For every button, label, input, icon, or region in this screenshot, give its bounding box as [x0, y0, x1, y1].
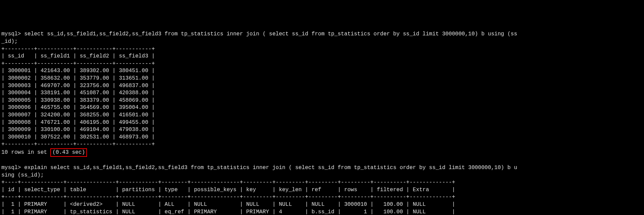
table2-row: | 1 | PRIMARY | tp_statistics | NULL | e…: [1, 209, 455, 215]
table2-header: | id | select_type | table | partitions …: [1, 187, 455, 193]
table2-border-top: +----+-------------+---------------+----…: [1, 179, 455, 185]
mysql-prompt-query1-line2: _id);: [1, 38, 18, 45]
table1-border-top: +---------+-----------+-----------+-----…: [1, 46, 155, 52]
table2-border-header: +----+-------------+---------------+----…: [1, 194, 455, 200]
table1-row: | 3000004 | 338191.00 | 451087.00 | 4203…: [1, 90, 155, 96]
table1-row: | 3000005 | 330938.00 | 383379.00 | 4580…: [1, 97, 155, 103]
table1-border-bottom: +---------+-----------+-----------+-----…: [1, 141, 155, 147]
table1-border-header: +---------+-----------+-----------+-----…: [1, 61, 155, 67]
table1-row: | 3000010 | 307522.00 | 302531.00 | 4689…: [1, 134, 155, 140]
table2-row: | 1 | PRIMARY | <derived2> | NULL | ALL …: [1, 201, 455, 208]
table1-row: | 3000007 | 324200.00 | 368255.00 | 4165…: [1, 112, 155, 118]
mysql-prompt-query2-line2: sing (ss_id);: [1, 172, 44, 178]
terminal-output: mysql> select ss_id,ss_field1,ss_field2,…: [1, 31, 643, 215]
table1-row: | 3000003 | 469707.00 | 323756.00 | 4968…: [1, 83, 155, 89]
table1-header: | ss_id | ss_field1 | ss_field2 | ss_fie…: [1, 53, 155, 59]
table1-row: | 3000001 | 421643.00 | 389302.00 | 3804…: [1, 68, 155, 74]
mysql-prompt-query2-line1: mysql> explain select ss_id,ss_field1,ss…: [1, 165, 517, 171]
result1-timing-highlight: (0.43 sec): [50, 148, 87, 157]
table1-row: | 3000006 | 465755.00 | 364569.00 | 3950…: [1, 104, 155, 111]
result1-prefix: 10 rows in set: [1, 149, 50, 155]
mysql-prompt-query1-line1: mysql> select ss_id,ss_field1,ss_field2,…: [1, 31, 517, 37]
table1-row: | 3000009 | 330100.00 | 469104.00 | 4790…: [1, 127, 155, 133]
table1-row: | 3000002 | 358632.00 | 353779.00 | 3136…: [1, 75, 155, 81]
table1-row: | 3000008 | 476721.00 | 406195.00 | 4994…: [1, 119, 155, 126]
